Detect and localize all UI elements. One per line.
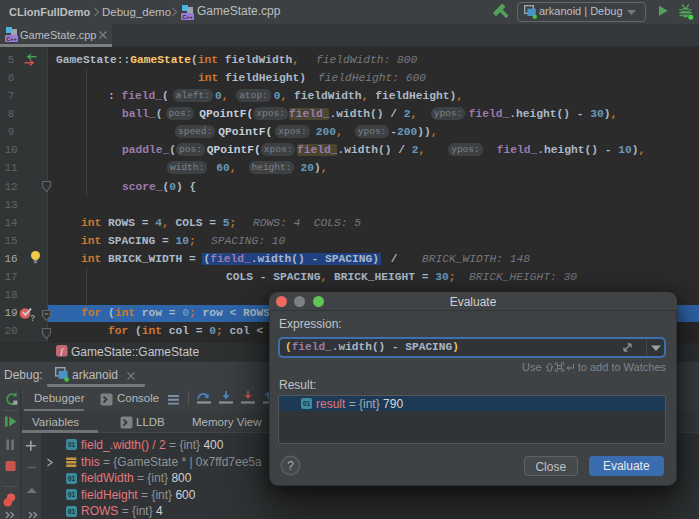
svg-text:01: 01 xyxy=(68,491,76,498)
svg-text:01: 01 xyxy=(303,400,311,407)
svg-text:?: ? xyxy=(287,459,294,473)
svg-text:01: 01 xyxy=(68,508,76,515)
svg-text:01: 01 xyxy=(68,475,76,482)
svg-text:C++: C++ xyxy=(182,14,193,20)
svg-text:C++: C++ xyxy=(6,36,17,42)
svg-text:01: 01 xyxy=(68,441,76,448)
svg-text:?: ? xyxy=(30,313,35,323)
